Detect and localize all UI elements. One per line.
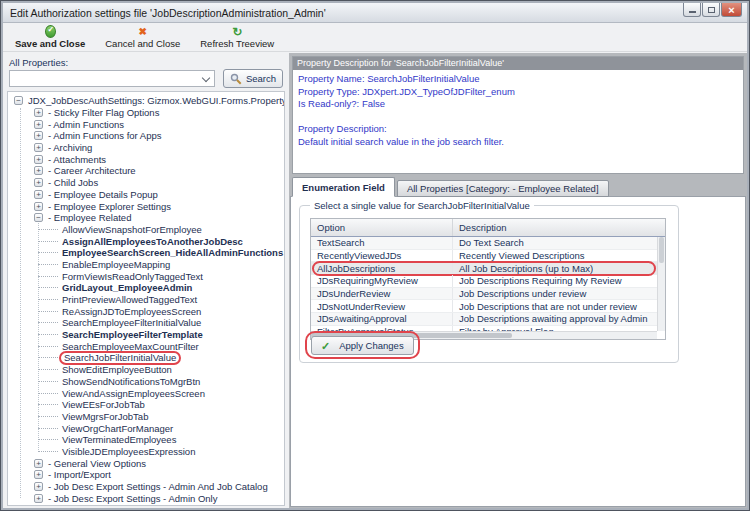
tree-item[interactable]: ViewMgrsForJobTab (8, 411, 284, 423)
table-row[interactable]: JDsRequiringMyReviewJob Descriptions Req… (311, 275, 657, 288)
tree-item[interactable]: +- Job Desc Export Settings - Admin And … (8, 481, 284, 493)
tree-item-label: ShowSendNotificationsToMgrBtn (62, 376, 200, 387)
tree-item-label: - Job Desc Export Settings - Admin And J… (48, 481, 268, 492)
maximize-button[interactable] (702, 3, 720, 17)
tree-item[interactable]: +- Child Jobs (8, 177, 284, 189)
column-header[interactable]: Option (311, 219, 453, 236)
tree-item-label: EnableEmployeeMapping (62, 259, 170, 270)
tree-item[interactable]: SearchEmployeeFilterTemplate (8, 329, 284, 341)
tree-item[interactable]: SearchJobFilterInitialValue (8, 352, 284, 364)
expand-icon[interactable]: + (34, 131, 43, 140)
tree-item[interactable]: +- Job Desc Export Settings (8, 504, 284, 506)
expand-icon[interactable]: + (34, 202, 43, 211)
expand-icon[interactable]: + (34, 494, 43, 503)
collapse-icon[interactable]: − (14, 96, 23, 105)
tree-item[interactable]: +- Attachments (8, 153, 284, 165)
apply-changes-button[interactable]: ✓ Apply Changes (311, 336, 414, 355)
minimize-button[interactable] (683, 3, 701, 17)
table-row[interactable]: JDsNotUnderReviewJob Descriptions that a… (311, 300, 657, 313)
search-button[interactable]: Search (223, 69, 283, 88)
expand-icon[interactable]: + (34, 166, 43, 175)
tree-item[interactable]: +- Career Architecture (8, 165, 284, 177)
window-title: Edit Authorization settings file 'JobDes… (10, 7, 326, 19)
tree-item-label: EmployeeSearchScreen_HideAllAdminFunctio… (62, 247, 283, 258)
toolbar-button-refresh[interactable]: Refresh Treeview (196, 25, 278, 51)
tree-item[interactable]: GridLayout_EmployeeAdmin (8, 282, 284, 294)
tree-item-label: - Child Jobs (48, 177, 98, 188)
tree-item-label: SearchEmployeeFilterTemplate (62, 329, 203, 340)
expand-icon[interactable]: + (34, 190, 43, 199)
expand-icon[interactable]: + (34, 143, 43, 152)
toolbar-button-check-circle[interactable]: Save and Close (11, 25, 89, 51)
column-header[interactable]: Description (453, 222, 665, 233)
tree-item-label: - Employee Related (48, 212, 131, 223)
right-panel: Property Description for 'SearchJobFilte… (289, 53, 747, 508)
expand-icon[interactable]: + (34, 505, 43, 506)
tree-item[interactable]: EmployeeSearchScreen_HideAllAdminFunctio… (8, 247, 284, 259)
tree-item[interactable]: ShowEditEmployeeButton (8, 364, 284, 376)
tree-item[interactable]: +- Import/Export (8, 469, 284, 481)
tree-item[interactable]: ShowSendNotificationsToMgrBtn (8, 376, 284, 388)
expand-icon[interactable]: + (34, 470, 43, 479)
tree-root-item[interactable]: −JDX_JobDescAuthSettings: Gizmox.WebGUI.… (8, 95, 284, 107)
property-description-header: Property Description for 'SearchJobFilte… (293, 57, 743, 70)
tree-connector (38, 334, 58, 335)
expand-icon[interactable]: + (34, 120, 43, 129)
tree-item[interactable]: +- Employee Explorer Settings (8, 200, 284, 212)
all-properties-label: All Properties: (9, 57, 68, 68)
expand-icon[interactable]: + (34, 155, 43, 164)
vertical-scrollbar[interactable] (657, 237, 665, 331)
tree-item[interactable]: +- Job Desc Export Settings - Admin Only (8, 492, 284, 504)
tree-item[interactable]: −- Employee Related (8, 212, 284, 224)
table-row[interactable]: RecentlyViewedJDsRecently Viewed Descrip… (311, 250, 657, 263)
tree-item-label: ViewTerminatedEmployees (62, 434, 176, 445)
property-filter-input[interactable] (12, 75, 200, 88)
tree-item[interactable]: ViewOrgChartForManager (8, 422, 284, 434)
tree-item[interactable]: VisibleJDEmployeesExpression (8, 446, 284, 458)
tree-connector (38, 369, 58, 370)
table-row[interactable]: TextSearchDo Text Search (311, 237, 657, 250)
tree-item[interactable]: AllowViewSnapshotForEmployee (8, 224, 284, 236)
tree-item[interactable]: +- Archiving (8, 142, 284, 154)
tree-item[interactable]: +- Sticky Filter Flag Options (8, 107, 284, 119)
apply-changes-label: Apply Changes (339, 340, 403, 351)
expand-icon[interactable]: + (34, 482, 43, 491)
tab-enumeration-field[interactable]: Enumeration Field (292, 177, 395, 197)
tree-item[interactable]: ReAssignJDToEmployeesScreen (8, 305, 284, 317)
tree-connector (38, 322, 58, 323)
tree-item[interactable]: +- Admin Functions (8, 118, 284, 130)
collapse-icon[interactable]: − (34, 213, 43, 222)
tree-item[interactable]: +- General View Options (8, 457, 284, 469)
tree-item[interactable]: PrintPreviewAllowedTaggedText (8, 294, 284, 306)
vertical-scrollbar-thumb[interactable] (659, 237, 664, 263)
tree-connector (38, 439, 58, 440)
property-filter-combobox[interactable] (9, 70, 215, 87)
tree-item-label: - Import/Export (48, 469, 111, 480)
tree-view[interactable]: −JDX_JobDescAuthSettings: Gizmox.WebGUI.… (7, 91, 285, 506)
tree-item[interactable]: ViewEEsForJobTab (8, 399, 284, 411)
tree-connector (38, 357, 58, 358)
tree-item[interactable]: FormViewIsReadOnlyTaggedText (8, 270, 284, 282)
tree-item[interactable]: +- Admin Functions for Apps (8, 130, 284, 142)
close-button[interactable]: × (721, 3, 742, 17)
toolbar: Save and CloseCancel and CloseRefresh Tr… (3, 23, 747, 52)
tree-item[interactable]: AssignAllEmployeesToAnotherJobDesc (8, 235, 284, 247)
tree-item[interactable]: +- Employee Details Popup (8, 189, 284, 201)
tree-item-label: SearchEmployeeFilterInitialValue (62, 317, 201, 328)
tree-item[interactable]: SearchEmployeeFilterInitialValue (8, 317, 284, 329)
expand-icon[interactable]: + (34, 178, 43, 187)
table-cell: Job Descriptions under review (453, 288, 657, 299)
toolbar-button-cancel-x[interactable]: Cancel and Close (101, 25, 184, 51)
tree-item[interactable]: EnableEmployeeMapping (8, 259, 284, 271)
chevron-down-icon[interactable] (202, 74, 210, 82)
tree-item[interactable]: ViewAndAssignEmployeesScreen (8, 387, 284, 399)
table-cell: Job Descriptions awaiting approval by Ad… (453, 313, 657, 324)
expand-icon[interactable]: + (34, 108, 43, 117)
table-row[interactable]: JDsAwaitingApprovalJob Descriptions awai… (311, 313, 657, 326)
tab-all-properties[interactable]: All Properties [Category: - Employee Rel… (397, 180, 609, 197)
table-row[interactable]: JDsUnderReviewJob Descriptions under rev… (311, 288, 657, 301)
check-circle-icon (45, 25, 56, 38)
tree-item[interactable]: ViewTerminatedEmployees (8, 434, 284, 446)
table-row[interactable]: AllJobDescriptionsAll Job Descriptions (… (311, 262, 657, 275)
expand-icon[interactable]: + (34, 459, 43, 468)
